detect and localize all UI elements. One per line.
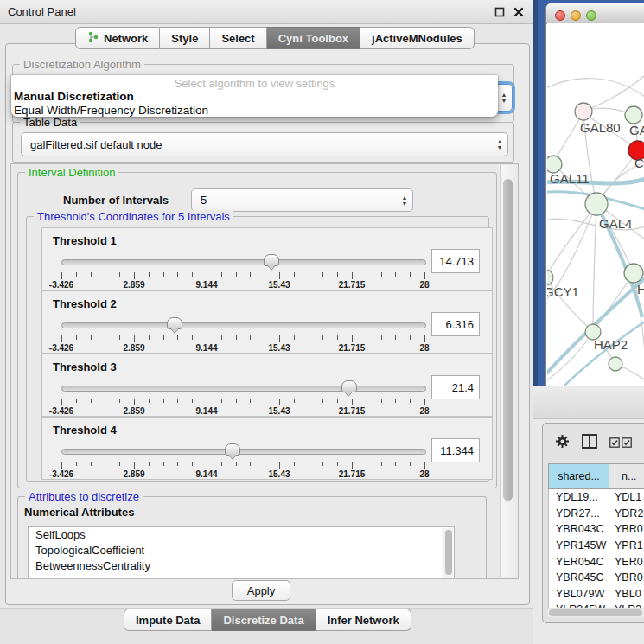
apply-button[interactable]: Apply — [232, 580, 290, 601]
gear-icon[interactable] — [555, 434, 570, 452]
float-icon[interactable] — [494, 6, 506, 18]
control-panel: Control Panel Network Style Sele — [0, 0, 533, 644]
cell-name[interactable]: YBR0 — [609, 571, 644, 583]
cell-shared-name[interactable]: YER054C — [549, 556, 609, 568]
tab-jactivemnodules[interactable]: jActiveMNodules — [360, 27, 475, 49]
cell-shared-name[interactable]: YPR145W — [549, 539, 609, 552]
combo-stepper-icon: ▲▼ — [397, 194, 412, 207]
slider-thumb[interactable] — [264, 254, 279, 266]
threshold-value-field[interactable]: 21.4 — [431, 375, 480, 399]
threshold-value-field[interactable]: 6.316 — [431, 312, 480, 336]
network-edge[interactable] — [547, 332, 593, 386]
network-node-gal4[interactable] — [585, 193, 608, 215]
minimize-traffic-light-icon[interactable] — [571, 10, 581, 21]
table-row[interactable]: YLR345WYLR3 — [549, 602, 644, 608]
network-view-window[interactable]: GAL80GACGAL11GAL4GCY1HHAP2 — [545, 3, 644, 386]
tick-mark — [91, 462, 92, 466]
network-edge[interactable] — [593, 204, 596, 332]
split-columns-icon[interactable] — [582, 434, 597, 452]
cell-shared-name[interactable]: YBL079W — [549, 588, 609, 600]
threshold-value-field[interactable]: 14.713 — [431, 249, 480, 273]
tick-mark — [105, 335, 105, 340]
network-window-titlebar[interactable] — [546, 3, 644, 24]
table-row[interactable]: YDL19...YDL1 — [549, 489, 644, 506]
table-row[interactable]: YER054CYER0 — [549, 553, 644, 570]
network-node-h[interactable] — [624, 264, 643, 283]
tab-infer-network[interactable]: Infer Network — [316, 609, 411, 631]
cell-shared-name[interactable]: YDL19... — [549, 491, 609, 503]
zoom-traffic-light-icon[interactable] — [586, 10, 596, 21]
slider-track[interactable] — [61, 386, 426, 392]
control-panel-titlebar: Control Panel — [0, 0, 533, 24]
tab-impute-data[interactable]: Impute Data — [124, 609, 212, 631]
table-row[interactable]: YPR145WYPR1 — [549, 538, 644, 554]
tick-mark — [395, 272, 396, 277]
table-row[interactable]: YBR043CYBR0 — [549, 521, 644, 538]
tick-mark — [337, 462, 338, 466]
cell-name[interactable]: YDL1 — [609, 491, 644, 503]
cell-name[interactable]: YPR1 — [609, 539, 644, 552]
tick-mark — [134, 272, 135, 279]
tab-discretize-data[interactable]: Discretize Data — [212, 609, 316, 631]
tick-mark — [265, 335, 265, 340]
network-node-gal80[interactable] — [575, 103, 592, 120]
tab-cyni-toolbox[interactable]: Cyni Toolbox — [267, 27, 360, 49]
cell-shared-name[interactable]: YBR045C — [549, 571, 609, 583]
popup-option-manual[interactable]: Manual Discretization — [11, 90, 498, 104]
tab-select[interactable]: Select — [210, 27, 266, 49]
list-item[interactable]: BetweennessCentrality — [29, 558, 454, 574]
tick-label: 2.859 — [123, 406, 144, 416]
tick-mark — [381, 335, 382, 340]
cell-name[interactable]: YER0 — [609, 556, 644, 568]
network-canvas[interactable]: GAL80GACGAL11GAL4GCY1HHAP2 — [547, 23, 644, 386]
close-traffic-light-icon[interactable] — [555, 10, 565, 21]
column-header-shared[interactable]: shared... — [549, 464, 609, 488]
table-data-combo[interactable]: galFiltered.sif default node ▲▼ — [21, 132, 508, 156]
column-header-name[interactable]: n... — [609, 464, 644, 488]
table-row[interactable]: YDR27...YDR2 — [549, 506, 644, 522]
network-edge[interactable] — [547, 204, 596, 277]
slider-track[interactable] — [61, 322, 426, 328]
slider-thumb[interactable] — [225, 443, 240, 456]
slider-track[interactable] — [61, 259, 426, 265]
list-item[interactable]: TopologicalCoefficient — [29, 543, 454, 558]
threshold-value-field[interactable]: 11.344 — [431, 438, 480, 462]
network-node[interactable] — [609, 357, 622, 371]
column-visibility-checkboxes[interactable] — [609, 437, 632, 448]
settings-scrollbar-thumb[interactable] — [503, 179, 513, 501]
settings-scrollbar[interactable] — [500, 165, 515, 577]
network-edge[interactable] — [593, 273, 634, 332]
table-toolbar — [548, 430, 644, 455]
tick-mark — [279, 272, 280, 279]
slider-track[interactable] — [61, 449, 426, 455]
cell-name[interactable]: YLR3 — [609, 603, 644, 608]
slider-thumb[interactable] — [341, 380, 357, 392]
cell-name[interactable]: YBR0 — [609, 523, 644, 535]
network-node-label: GAL11 — [550, 171, 590, 186]
tick-mark — [424, 272, 425, 279]
tick-label: 21.715 — [339, 280, 366, 290]
tab-style[interactable]: Style — [160, 27, 210, 49]
table-row[interactable]: YBR045CYBR0 — [549, 570, 644, 586]
tab-network[interactable]: Network — [75, 27, 160, 49]
cell-shared-name[interactable]: YBR043C — [549, 523, 609, 535]
cell-shared-name[interactable]: YLR345W — [549, 603, 609, 608]
list-scrollbar[interactable] — [443, 528, 453, 578]
list-item[interactable]: SelfLoops — [29, 527, 454, 543]
tick-label: 9.144 — [195, 343, 217, 353]
slider-thumb[interactable] — [167, 317, 182, 329]
network-node-gcy1[interactable] — [547, 270, 553, 285]
network-node-gal11[interactable] — [547, 156, 562, 173]
cell-shared-name[interactable]: YDR27... — [549, 507, 609, 520]
numerical-attributes-list[interactable]: SelfLoopsTopologicalCoefficientBetweenne… — [28, 526, 455, 579]
close-icon[interactable] — [513, 6, 525, 18]
table-horizontal-scrollbar[interactable] — [548, 609, 644, 617]
popup-option-equal-width[interactable]: Equal Width/Frequency Discretization — [11, 104, 498, 118]
cell-name[interactable]: YBL0 — [609, 588, 644, 600]
cell-name[interactable]: YDR2 — [609, 507, 644, 520]
tick-mark — [163, 335, 164, 340]
tick-mark — [322, 462, 323, 466]
table-row[interactable]: YBL079WYBL0 — [549, 586, 644, 603]
number-of-intervals-combo[interactable]: 5 ▲▼ — [191, 188, 413, 212]
network-node-ga[interactable] — [625, 106, 642, 124]
